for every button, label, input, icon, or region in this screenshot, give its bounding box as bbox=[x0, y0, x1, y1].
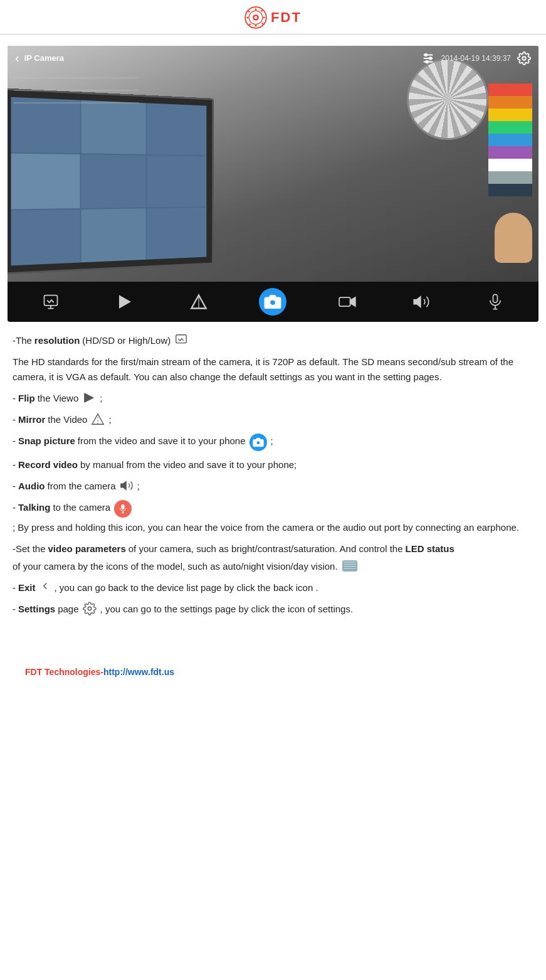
audio-item: -Audio from the camera ; bbox=[13, 479, 533, 494]
footer-brand: FDT Technologies- bbox=[25, 667, 103, 677]
camera-video-area bbox=[8, 46, 538, 282]
snap-button[interactable] bbox=[259, 288, 286, 316]
video-params-middle: of your camera, such as bright/contrast/… bbox=[129, 541, 403, 557]
svg-rect-40 bbox=[343, 562, 356, 570]
video-params-suffix: of your camera by the icons of the model… bbox=[13, 559, 338, 574]
svg-rect-24 bbox=[339, 297, 350, 306]
record-suffix: by manual from the video and save it to … bbox=[80, 457, 297, 472]
svg-marker-9 bbox=[248, 23, 251, 25]
record-item: -Record video by manual from the video a… bbox=[13, 457, 533, 472]
fan-shape bbox=[407, 58, 488, 140]
svg-point-11 bbox=[255, 16, 258, 19]
svg-point-16 bbox=[429, 57, 431, 60]
settings-icon-inline bbox=[83, 602, 97, 615]
svg-point-45 bbox=[88, 607, 92, 610]
mirror-icon-inline bbox=[91, 412, 105, 426]
svg-marker-6 bbox=[248, 10, 250, 13]
monitor-screen bbox=[11, 97, 207, 266]
talking-prefix: - bbox=[13, 500, 16, 515]
header: FDT bbox=[0, 0, 546, 35]
svg-marker-8 bbox=[260, 10, 263, 12]
svg-point-34 bbox=[256, 441, 260, 445]
flip-bold: Flip bbox=[18, 391, 35, 406]
talking-item: -Talking to the camera ; By press and ho… bbox=[13, 500, 533, 535]
camera-view: ‹ IP Camera 2014-04-19 14:39:37 bbox=[8, 46, 538, 322]
talk-button[interactable] bbox=[481, 288, 509, 316]
exit-prefix: - bbox=[13, 580, 16, 595]
settings-item: -Settings page , you can go to the setti… bbox=[13, 602, 533, 617]
record-bold: Record video bbox=[18, 457, 78, 472]
resolution-description: The HD standards for the first/main stre… bbox=[13, 354, 533, 385]
video-params-bold1: video parameters bbox=[48, 541, 126, 557]
logo-text: FDT bbox=[271, 9, 302, 26]
exit-item: -Exit , you can go back to the device li… bbox=[13, 580, 533, 595]
video-params-item: -Set the video parameters of your camera… bbox=[13, 541, 533, 574]
svg-marker-4 bbox=[246, 16, 249, 19]
settings-bold: Settings bbox=[18, 602, 55, 617]
svg-marker-20 bbox=[120, 296, 130, 308]
svg-point-15 bbox=[424, 53, 427, 56]
content-area: -The resolution (HD/SD or High/Low) The … bbox=[0, 322, 546, 642]
camera-gear-icon[interactable] bbox=[517, 51, 531, 65]
talking-desc: ; By press and holding this icon, you ca… bbox=[13, 520, 519, 535]
snap-suffix: from the video and save it to your phone bbox=[78, 434, 246, 449]
mirror-suffix: the Video bbox=[48, 412, 87, 427]
resolution-icon-inline bbox=[174, 333, 188, 347]
video-params-prefix: -Set the bbox=[13, 541, 46, 557]
led-status-bold: LED status bbox=[406, 541, 454, 557]
audio-button[interactable] bbox=[407, 288, 435, 316]
audio-suffix: from the camera bbox=[48, 479, 116, 494]
audio-bold: Audio bbox=[18, 479, 45, 494]
snap-prefix: - bbox=[13, 434, 16, 449]
camera-top-bar: ‹ IP Camera 2014-04-19 14:39:37 bbox=[8, 46, 538, 70]
led-icon-inline bbox=[342, 559, 358, 573]
monitor-simulation bbox=[8, 88, 214, 275]
camera-settings-sliders-icon[interactable] bbox=[421, 51, 435, 65]
resolution-item: -The resolution (HD/SD or High/Low) bbox=[13, 333, 533, 348]
fdt-logo-icon bbox=[244, 6, 267, 29]
settings-prefix: - bbox=[13, 602, 16, 617]
exit-icon-inline bbox=[39, 580, 51, 592]
footer-link[interactable]: http://www.fdt.us bbox=[103, 667, 174, 677]
svg-point-18 bbox=[522, 56, 526, 60]
resolution-prefix: -The bbox=[13, 333, 32, 348]
talking-suffix: to the camera bbox=[53, 500, 110, 515]
svg-marker-31 bbox=[85, 393, 94, 403]
resolution-bold: resolution bbox=[34, 333, 80, 348]
mirror-item: -Mirror the Video ; bbox=[13, 412, 533, 427]
flip-icon-inline bbox=[82, 391, 96, 405]
svg-point-17 bbox=[426, 60, 428, 63]
talking-bold: Talking bbox=[18, 500, 50, 515]
camera-datetime: 2014-04-19 14:39:37 bbox=[441, 54, 511, 63]
svg-marker-7 bbox=[261, 22, 263, 25]
color-chart bbox=[488, 83, 532, 196]
camera-back-button[interactable]: ‹ bbox=[15, 51, 19, 65]
mirror-button[interactable] bbox=[185, 288, 213, 316]
camera-toolbar bbox=[8, 282, 538, 322]
flip-item: -Flip the Viewo ; bbox=[13, 391, 533, 406]
svg-marker-35 bbox=[121, 482, 126, 490]
svg-marker-5 bbox=[263, 16, 266, 19]
camera-label: IP Camera bbox=[24, 53, 64, 63]
snap-icon-inline bbox=[249, 434, 267, 451]
record-prefix: - bbox=[13, 457, 16, 472]
flip-button[interactable] bbox=[111, 288, 139, 316]
settings-label-suffix: page bbox=[58, 602, 78, 617]
settings-suffix: , you can go to the settings page by cli… bbox=[100, 602, 354, 617]
flip-suffix: the Viewo bbox=[38, 391, 79, 406]
snap-item: -Snap picture from the video and save it… bbox=[13, 434, 533, 451]
hand-shape bbox=[495, 213, 532, 263]
snap-bold: Snap picture bbox=[18, 434, 75, 449]
talking-icon-inline bbox=[114, 500, 132, 518]
record-button[interactable] bbox=[333, 288, 361, 316]
svg-rect-36 bbox=[122, 504, 124, 509]
audio-prefix: - bbox=[13, 479, 16, 494]
footer: FDT Technologies-http://www.fdt.us bbox=[13, 667, 546, 696]
svg-marker-26 bbox=[414, 297, 421, 307]
mirror-prefix: - bbox=[13, 412, 16, 427]
camera-info: 2014-04-19 14:39:37 bbox=[421, 51, 531, 65]
resolution-button[interactable] bbox=[37, 288, 65, 316]
flip-prefix: - bbox=[13, 391, 16, 406]
logo-container: FDT bbox=[244, 6, 302, 29]
mirror-bold: Mirror bbox=[18, 412, 45, 427]
